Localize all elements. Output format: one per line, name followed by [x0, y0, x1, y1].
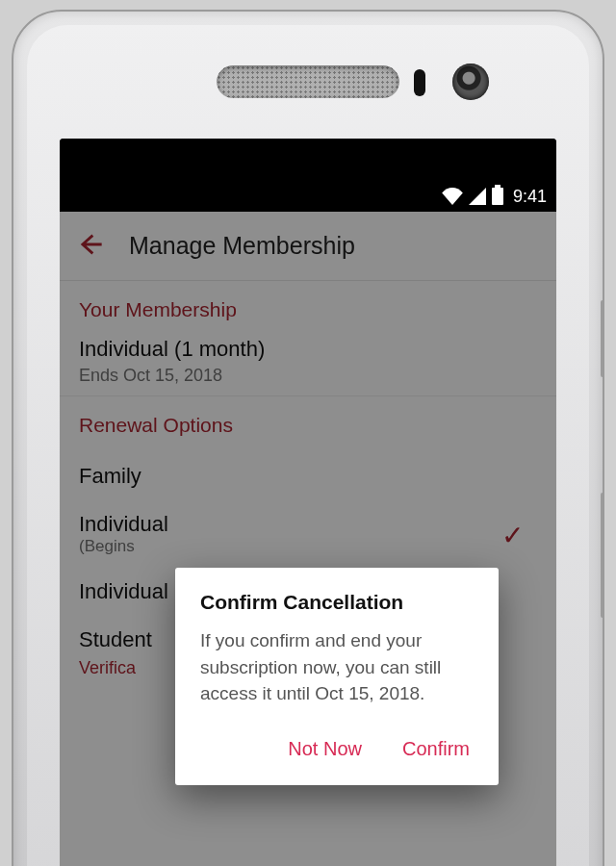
hardware-button: [601, 493, 604, 618]
not-now-button[interactable]: Not Now: [284, 732, 366, 766]
app-surface: Manage Membership Your Membership Indivi…: [60, 212, 556, 866]
status-bar: 9:41: [60, 181, 556, 212]
front-camera: [452, 64, 489, 100]
screen: 9:41 Manage Membership Your Membership I…: [60, 139, 556, 866]
dialog-actions: Not Now Confirm: [200, 732, 474, 772]
speaker-grill: [217, 65, 399, 98]
hardware-button: [601, 300, 604, 377]
status-clock: 9:41: [513, 187, 547, 207]
wifi-icon: [442, 188, 463, 205]
confirm-button[interactable]: Confirm: [398, 732, 474, 766]
battery-icon: [492, 188, 503, 205]
dialog-title: Confirm Cancellation: [200, 591, 474, 614]
confirm-cancellation-dialog: Confirm Cancellation If you confirm and …: [175, 568, 499, 785]
cell-signal-icon: [469, 188, 486, 205]
dialog-body: If you confirm and end your subscription…: [200, 627, 474, 707]
proximity-sensor: [414, 69, 425, 96]
phone-frame: 9:41 Manage Membership Your Membership I…: [12, 10, 604, 866]
